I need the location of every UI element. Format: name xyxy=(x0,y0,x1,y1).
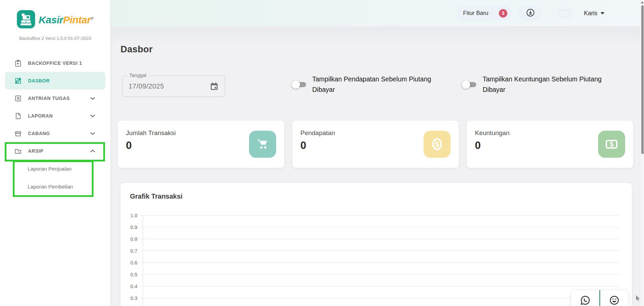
submenu-item-label: Laporan Pembelian xyxy=(28,184,73,190)
gridline xyxy=(140,274,619,275)
stat-label: Keuntungan xyxy=(475,129,510,137)
sidebar: KasirPintar® Backoffice 2 Versi 1.0.0 01… xyxy=(0,0,110,306)
dashboard-grid-icon xyxy=(14,77,22,85)
notification-badge: 3 xyxy=(499,9,507,18)
y-axis-tick-label: 1.0 xyxy=(120,212,137,218)
sidebar-item-laporan[interactable]: LAPORAN xyxy=(5,107,105,125)
y-axis-tick-label: 0.9 xyxy=(120,224,137,230)
cart-icon xyxy=(249,131,276,158)
chart-plot-area: 1.00.90.80.70.60.50.40.3 xyxy=(120,215,619,306)
scrollbar-thumb[interactable] xyxy=(641,5,644,154)
brand-name: KasirPintar® xyxy=(38,14,93,26)
stat-card-pendapatan: Pendapatan 0 $ xyxy=(292,121,459,168)
user-name: Karis xyxy=(584,10,597,17)
chart-grid-row: 0.5 xyxy=(120,274,619,286)
page-title: Dasbor xyxy=(120,44,153,55)
chart-y-axis-line xyxy=(143,215,143,306)
sidebar-item-dasbor[interactable]: DASBOR xyxy=(5,72,105,90)
chart-grid-row: 0.9 xyxy=(120,227,619,239)
y-axis-tick-label: 0.4 xyxy=(120,283,137,289)
fitur-baru-label: Fitur Baru xyxy=(463,10,488,17)
y-axis-tick-label: 0.6 xyxy=(120,260,137,265)
store-icon xyxy=(14,129,22,137)
download-button[interactable] xyxy=(518,6,542,21)
sidebar-item-antrian-tugas[interactable]: ANTRIAN TUGAS xyxy=(5,90,105,107)
language-flag-button[interactable] xyxy=(554,6,574,20)
sidebar-item-cabang[interactable]: CABANG xyxy=(5,125,105,142)
sidebar-item-label: ARSIP xyxy=(28,148,44,154)
chevron-down-icon xyxy=(600,12,605,15)
banknote-icon: $ xyxy=(598,131,625,158)
gridline xyxy=(140,239,619,239)
sidebar-item-label: DASBOR xyxy=(28,78,50,83)
chart-grid-row: 1.0 xyxy=(120,215,619,227)
app-root: Fitur Baru 3 Karis xyxy=(0,0,644,306)
y-axis-tick-label: 0.5 xyxy=(120,272,137,277)
chevron-down-icon xyxy=(90,113,95,119)
smiley-icon[interactable] xyxy=(608,294,621,306)
switch-knob xyxy=(462,80,470,89)
fitur-baru-button[interactable]: Fitur Baru 3 xyxy=(456,6,512,21)
sidebar-item-label: BACKOFFICE VERSI 1 xyxy=(28,60,82,66)
brand-logo[interactable]: KasirPintar® xyxy=(0,10,110,30)
svg-text:$: $ xyxy=(435,140,439,149)
stat-card-keuntungan: Keuntungan 0 $ xyxy=(467,121,633,168)
toggle-keuntungan-switch[interactable] xyxy=(462,78,478,91)
sidebar-nav: BACKOFFICE VERSI 1 DASBOR ANTRIAN TUG xyxy=(0,54,110,196)
y-axis-tick-label: 0.8 xyxy=(120,236,137,242)
chart-grid-row: 0.6 xyxy=(120,262,619,274)
chevron-up-icon xyxy=(90,148,95,154)
clipboard-back-icon xyxy=(14,59,22,67)
dollar-coin-icon: $ xyxy=(424,131,451,158)
stat-label: Jumlah Transaksi xyxy=(126,129,176,137)
chevron-down-icon xyxy=(90,95,95,101)
stat-card-jumlah-transaksi: Jumlah Transaksi 0 xyxy=(118,121,284,168)
chart-grid-row: 0.8 xyxy=(120,239,619,251)
svg-text:$: $ xyxy=(610,141,613,148)
gridline xyxy=(140,251,619,251)
scrollbar-up-arrow[interactable] xyxy=(641,1,644,3)
arsip-submenu: Laporan Penjualan Laporan Pembelian xyxy=(0,160,110,196)
archive-folder-icon xyxy=(14,147,22,155)
sidebar-item-backoffice-versi-1[interactable]: BACKOFFICE VERSI 1 xyxy=(5,54,105,72)
gridline xyxy=(140,215,619,215)
download-icon xyxy=(526,8,535,19)
gridline xyxy=(140,286,619,286)
stat-label: Pendapatan xyxy=(300,129,335,137)
date-input[interactable]: Tanggal 17/09/2025 xyxy=(122,75,225,97)
chevron-down-icon xyxy=(90,130,95,136)
sidebar-item-label: CABANG xyxy=(28,131,50,136)
stat-value: 0 xyxy=(126,139,132,152)
sidebar-item-label: LAPORAN xyxy=(28,113,53,119)
switch-knob xyxy=(292,80,300,89)
document-icon xyxy=(14,112,22,120)
chart-grid-row: 0.3 xyxy=(120,298,619,306)
whatsapp-icon[interactable] xyxy=(579,294,592,306)
chart-title: Grafik Transaksi xyxy=(130,193,183,200)
user-menu[interactable]: Karis xyxy=(584,6,605,21)
widget-divider xyxy=(599,290,600,306)
sidebar-item-arsip[interactable]: ARSIP xyxy=(5,142,105,160)
date-input-value: 17/09/2025 xyxy=(129,82,164,90)
toggle-keuntungan-label: Tampilkan Keuntungan Sebelum Piutang Dib… xyxy=(483,74,602,95)
sidebar-item-label: ANTRIAN TUGAS xyxy=(28,96,70,101)
task-list-icon xyxy=(14,94,22,102)
floating-help-widget xyxy=(571,290,628,306)
submenu-item-laporan-pembelian[interactable]: Laporan Pembelian xyxy=(0,178,110,196)
version-text: Backoffice 2 Versi 1.0.0 01-07-2023 xyxy=(0,36,110,41)
mouse-cursor xyxy=(635,295,641,303)
chart-grid-row: 0.4 xyxy=(120,286,619,298)
y-axis-tick-label: 0.3 xyxy=(120,295,137,301)
submenu-item-label: Laporan Penjualan xyxy=(28,166,72,172)
chart-card: Grafik Transaksi 1.00.90.80.70.60.50.40.… xyxy=(120,183,632,306)
indonesia-flag-icon xyxy=(559,10,569,17)
vertical-scrollbar[interactable] xyxy=(640,0,644,306)
calendar-icon[interactable] xyxy=(210,82,219,91)
gridline xyxy=(140,262,619,263)
stat-value: 0 xyxy=(475,139,481,152)
submenu-item-laporan-penjualan[interactable]: Laporan Penjualan xyxy=(0,160,110,178)
toggle-pendapatan-label: Tampilkan Pendapatan Sebelum Piutang Dib… xyxy=(312,74,435,95)
toggle-pendapatan-switch[interactable] xyxy=(292,78,308,91)
stat-value: 0 xyxy=(300,139,306,152)
gridline xyxy=(140,227,619,227)
